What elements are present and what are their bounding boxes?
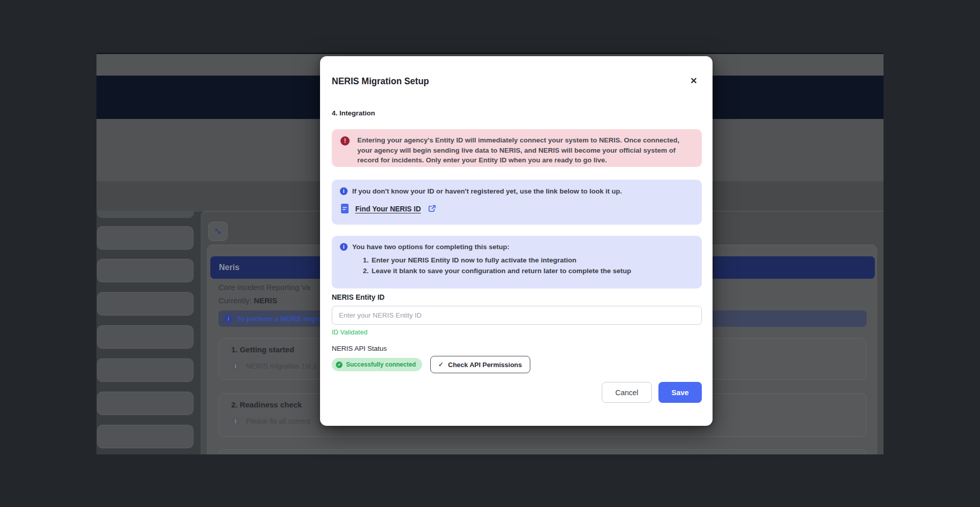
save-button[interactable]: Save xyxy=(658,382,702,403)
info-icon: i xyxy=(231,417,240,425)
info-icon: i xyxy=(225,315,232,323)
expand-icon xyxy=(213,226,223,236)
step-note: NERIS migration 1st s xyxy=(246,362,316,370)
option-item: Enter your NERIS Entity ID now to fully … xyxy=(371,255,694,266)
lookup-text: If you don't know your ID or haven't reg… xyxy=(352,187,622,195)
entity-id-input[interactable] xyxy=(332,306,702,325)
step-card-partial xyxy=(218,449,867,454)
list-item[interactable] xyxy=(97,259,193,282)
error-icon: ! xyxy=(340,136,350,146)
options-list: Enter your NERIS Entity ID now to fully … xyxy=(340,255,694,277)
list-item[interactable] xyxy=(97,425,193,448)
neris-migration-setup-dialog: NERIS Migration Setup ✕ 4. Integration !… xyxy=(320,56,713,426)
entity-id-label: NERIS Entity ID xyxy=(332,293,384,301)
option-item: Leave it blank to save your configuratio… xyxy=(371,266,694,277)
list-item[interactable] xyxy=(97,358,193,382)
banner-text: To perform a NERIS migra xyxy=(237,315,322,323)
external-link-icon[interactable] xyxy=(428,204,436,213)
api-status-label: NERIS API Status xyxy=(332,345,387,352)
step-note: Please fix all current xyxy=(246,417,310,425)
cancel-button[interactable]: Cancel xyxy=(602,382,652,403)
go-live-warning-alert: ! Entering your agency's Entity ID will … xyxy=(332,129,702,167)
card-description: Core Incident Reporting Va xyxy=(218,283,310,292)
check-api-permissions-button[interactable]: ✓ Check API Permissions xyxy=(430,356,530,373)
check-icon: ✓ xyxy=(438,361,444,368)
status-badge: ✓ Successfully connected xyxy=(332,358,422,371)
list-item[interactable] xyxy=(97,392,193,415)
info-icon: i xyxy=(340,243,348,251)
neris-card-title: Neris xyxy=(219,263,239,272)
document-icon xyxy=(341,204,349,213)
expand-button[interactable] xyxy=(208,222,228,241)
id-validated-message: ID Validated xyxy=(332,328,368,336)
setup-options-alert: i You have two options for completing th… xyxy=(332,236,702,288)
status-badge-label: Successfully connected xyxy=(346,361,416,368)
api-status-row: ✓ Successfully connected ✓ Check API Per… xyxy=(332,356,530,373)
dialog-title: NERIS Migration Setup xyxy=(332,76,429,87)
list-item[interactable] xyxy=(97,226,193,250)
section-heading: 4. Integration xyxy=(332,109,375,117)
settings-nav-panel xyxy=(97,210,194,454)
info-icon: i xyxy=(340,187,348,195)
step-title: 2. Readiness check xyxy=(231,400,302,409)
current-system-line: Currently: NERIS xyxy=(218,296,277,305)
step-title: 1. Getting started xyxy=(231,345,294,354)
dialog-footer: Cancel Save xyxy=(602,382,702,403)
find-neris-id-link[interactable]: Find Your NERIS ID xyxy=(355,205,421,213)
list-item[interactable] xyxy=(97,292,193,316)
options-intro: You have two options for completing this… xyxy=(352,243,509,251)
list-item[interactable] xyxy=(97,211,194,218)
close-icon[interactable]: ✕ xyxy=(687,75,700,88)
check-api-permissions-label: Check API Permissions xyxy=(448,361,522,369)
check-circle-icon: ✓ xyxy=(336,361,342,368)
lookup-info-alert: i If you don't know your ID or haven't r… xyxy=(332,180,702,225)
warning-text: Entering your agency's Entity ID will im… xyxy=(357,135,694,165)
list-item[interactable] xyxy=(97,325,193,349)
info-icon: i xyxy=(231,361,240,370)
